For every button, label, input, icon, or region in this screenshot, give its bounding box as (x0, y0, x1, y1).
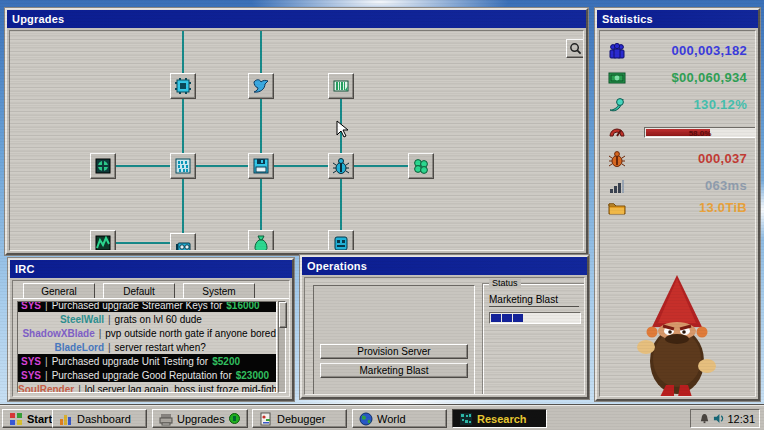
chat-text: server restart when? (115, 342, 206, 353)
upgrade-node-bug[interactable] (328, 153, 354, 179)
operations-title: Operations (307, 260, 367, 272)
users-icon (608, 42, 626, 60)
upgrade-node-vault[interactable] (90, 153, 116, 179)
operations-window: Operations Provision Server Marketing Bl… (300, 255, 589, 399)
stat-row-growth: 130.12% (600, 95, 755, 115)
taskbar-button-research[interactable]: Research (452, 409, 547, 428)
sys-text: Purchased upgrade Streamer Keys for (52, 301, 223, 311)
tree-line-vertical (260, 31, 262, 243)
tab-general[interactable]: General (23, 283, 95, 298)
separator: | (104, 314, 115, 325)
stat-row-cpu: 58.0% (600, 122, 755, 142)
upgrade-node-barcode[interactable] (328, 73, 354, 99)
stat-row-storage: 13.0TiB (600, 198, 755, 218)
sys-amount: $16000 (222, 301, 259, 311)
upgrades-titlebar[interactable]: Upgrades (7, 10, 586, 28)
stat-row-bugs: 000,037 (600, 149, 755, 169)
taskbar-label: Debugger (277, 413, 325, 425)
upgrades-window: Upgrades (5, 8, 588, 255)
tab-system[interactable]: System (183, 283, 255, 298)
start-label: Start (27, 413, 52, 425)
upgrade-node-fan[interactable] (408, 153, 434, 179)
bell-icon (699, 413, 710, 424)
research-grid-icon (459, 412, 473, 426)
signal-icon (608, 177, 626, 195)
comet-icon (608, 96, 626, 114)
cpu-progress-bar: 58.0% (644, 127, 756, 138)
floppy-disk-icon (252, 157, 270, 175)
operations-body: Provision Server Marketing Blast Status … (304, 277, 585, 395)
upgrade-node-moneybag[interactable] (248, 230, 274, 251)
irc-message-chat: SoulRender|lol server lag again, boss ju… (18, 382, 276, 393)
sys-text: Purchased upgrade Unit Testing for (52, 356, 209, 367)
stat-storage-value: 13.0TiB (699, 200, 747, 215)
upgrade-node-floppy[interactable] (248, 153, 274, 179)
status-progress-segments (489, 312, 581, 324)
chat-nick: SteelWall (18, 314, 104, 325)
folder-icon (608, 199, 626, 217)
barcode-icon (332, 77, 350, 95)
upgrade-node-chip[interactable] (170, 73, 196, 99)
notification-badge-icon (229, 413, 240, 424)
gauge-icon (608, 123, 626, 141)
vault-icon (94, 157, 112, 175)
marketing-blast-button[interactable]: Marketing Blast (320, 363, 468, 378)
irc-message-sys: SYS|Purchased upgrade Unit Testing for$5… (18, 354, 276, 368)
upgrade-node-twitter[interactable] (248, 73, 274, 99)
magnifier-icon (569, 42, 582, 55)
upgrade-node-robot[interactable] (328, 230, 354, 251)
upgrade-node-binary[interactable] (170, 153, 196, 179)
zoom-button[interactable] (566, 39, 584, 58)
taskbar-button-upgrades[interactable]: Upgrades (152, 409, 248, 428)
irc-title: IRC (15, 263, 35, 275)
irc-scrollbar[interactable] (278, 301, 286, 393)
separator: | (41, 370, 52, 381)
statistics-window: Statistics 000,003,182 $00,060,934 130.1… (595, 8, 760, 401)
speaker-icon[interactable] (713, 413, 724, 424)
taskbar: Start Dashboard Upgrades Debugger World … (0, 405, 764, 430)
status-group-label: Status (489, 278, 521, 288)
irc-message-list[interactable]: SYS|Purchased upgrade Streamer Keys for$… (17, 301, 277, 393)
operations-titlebar[interactable]: Operations (302, 257, 587, 275)
irc-message-chat: SteelWall|grats on lvl 60 dude (18, 312, 276, 326)
money-bag-icon (252, 234, 270, 251)
taskbar-button-debugger[interactable]: Debugger (252, 409, 347, 428)
irc-message-chat: ShadowXBlade|pvp outside north gate if a… (18, 326, 276, 340)
stat-money-value: $00,060,934 (671, 70, 747, 85)
upgrade-node-camera[interactable] (170, 233, 196, 251)
status-groupbox: Status Marketing Blast (482, 283, 585, 395)
statistics-titlebar[interactable]: Statistics (597, 10, 758, 28)
sys-text: Purchased upgrade Good Reputation for (52, 370, 232, 381)
chart-icon (94, 234, 112, 251)
separator: | (104, 342, 115, 353)
stat-latency-value: 063ms (705, 178, 747, 193)
stat-row-latency: 063ms (600, 176, 755, 196)
globe-icon (359, 412, 373, 426)
taskbar-button-world[interactable]: World (352, 409, 447, 428)
irc-titlebar[interactable]: IRC (10, 260, 292, 278)
taskbar-label: Dashboard (77, 413, 131, 425)
debug-doc-icon (259, 412, 273, 426)
start-button[interactable]: Start (2, 409, 59, 428)
statistics-body: 000,003,182 $00,060,934 130.12% 58.0% 00… (599, 30, 756, 397)
sys-prefix: SYS (18, 356, 41, 367)
upgrade-node-chart[interactable] (90, 230, 116, 251)
tab-default[interactable]: Default (103, 283, 175, 298)
upgrades-title: Upgrades (12, 13, 64, 25)
upgrades-tree-canvas (9, 30, 584, 251)
separator: | (41, 356, 52, 367)
chat-nick: ShadowXBlade (18, 328, 95, 339)
chip-icon (174, 77, 192, 95)
stat-growth-value: 130.12% (694, 97, 747, 112)
taskbar-label: Upgrades (177, 413, 225, 425)
stat-row-users: 000,003,182 (600, 41, 755, 61)
taskbar-button-dashboard[interactable]: Dashboard (52, 409, 147, 428)
status-task-label: Marketing Blast (489, 294, 579, 307)
chat-text: pvp outside north gate if anyone bored (105, 328, 276, 339)
taskbar-label: World (377, 413, 406, 425)
statistics-title: Statistics (602, 13, 653, 25)
provision-server-button[interactable]: Provision Server (320, 344, 468, 359)
irc-scrollbar-thumb[interactable] (279, 302, 287, 328)
mouse-cursor (336, 120, 349, 139)
chat-text: lol server lag again, boss just froze mi… (85, 384, 277, 394)
